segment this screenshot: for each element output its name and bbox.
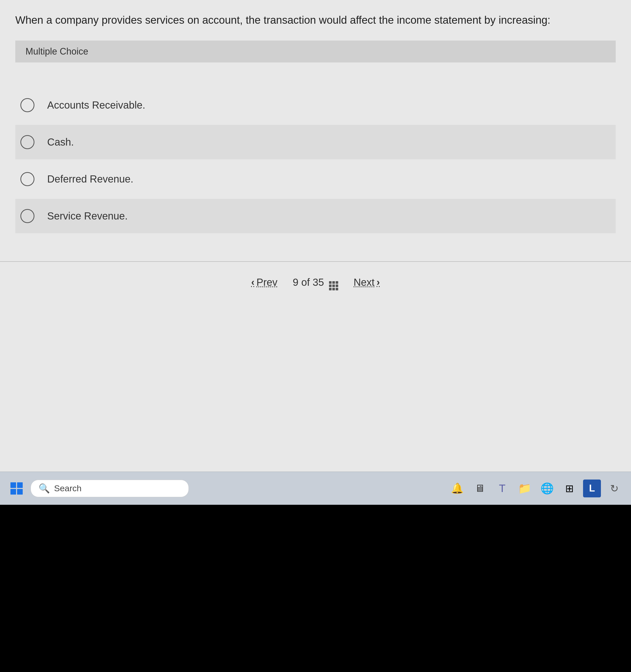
file-manager-icon[interactable]: 📁: [516, 480, 534, 497]
prev-label: Prev: [257, 277, 278, 288]
lang-label: L: [589, 483, 595, 494]
question-type-bar: Multiple Choice: [15, 41, 616, 63]
choice-row-c[interactable]: Deferred Revenue.: [15, 162, 616, 196]
next-label: Next: [353, 277, 374, 288]
radio-d[interactable]: [20, 209, 34, 223]
taskbar: 🔍 Search 🔔 🖥 T 📁 🌐: [0, 472, 631, 505]
grid-icon: [329, 281, 338, 290]
grid-pages-icon[interactable]: [329, 274, 338, 290]
choice-label-d: Service Revenue.: [47, 210, 128, 222]
radio-b[interactable]: [20, 135, 34, 149]
question-text: When a company provides services on acco…: [15, 13, 616, 28]
chevron-right-icon: ›: [376, 277, 380, 288]
radio-c[interactable]: [20, 172, 34, 186]
navigation-bar: ‹ Prev 9 of 35 Next ›: [0, 261, 631, 298]
screen-icon[interactable]: 🖥: [471, 480, 489, 497]
choice-row-a[interactable]: Accounts Receivable.: [15, 88, 616, 122]
black-area: [0, 505, 631, 672]
chevron-left-icon: ‹: [251, 277, 255, 288]
windows-start-button[interactable]: [8, 480, 25, 497]
store-icon[interactable]: ⊞: [561, 480, 579, 497]
windows-logo-icon: [10, 482, 23, 495]
sync-icon[interactable]: ↻: [606, 480, 623, 497]
choice-row-b[interactable]: Cash.: [15, 125, 616, 159]
teams-icon[interactable]: T: [493, 480, 511, 497]
search-label: Search: [54, 483, 81, 493]
radio-a[interactable]: [20, 98, 34, 112]
notification-icon[interactable]: 🔔: [448, 480, 466, 497]
choice-row-d[interactable]: Service Revenue.: [15, 199, 616, 233]
choice-label-b: Cash.: [47, 136, 74, 148]
next-button[interactable]: Next ›: [353, 277, 380, 288]
taskbar-icons: 🔔 🖥 T 📁 🌐 ⊞ L: [448, 480, 623, 497]
choice-label-a: Accounts Receivable.: [47, 99, 145, 111]
prev-button[interactable]: ‹ Prev: [251, 277, 278, 288]
choices-area: Accounts Receivable. Cash. Deferred Reve…: [0, 83, 631, 241]
question-container: When a company provides services on acco…: [0, 0, 631, 83]
choice-label-c: Deferred Revenue.: [47, 173, 133, 185]
language-icon[interactable]: L: [583, 480, 601, 497]
search-bar[interactable]: 🔍 Search: [31, 480, 189, 497]
page-info: 9 of 35: [293, 274, 338, 290]
search-icon: 🔍: [39, 483, 50, 494]
browser-icon[interactable]: 🌐: [538, 480, 556, 497]
page-display: 9 of 35: [293, 277, 324, 288]
quiz-area: When a company provides services on acco…: [0, 0, 631, 505]
